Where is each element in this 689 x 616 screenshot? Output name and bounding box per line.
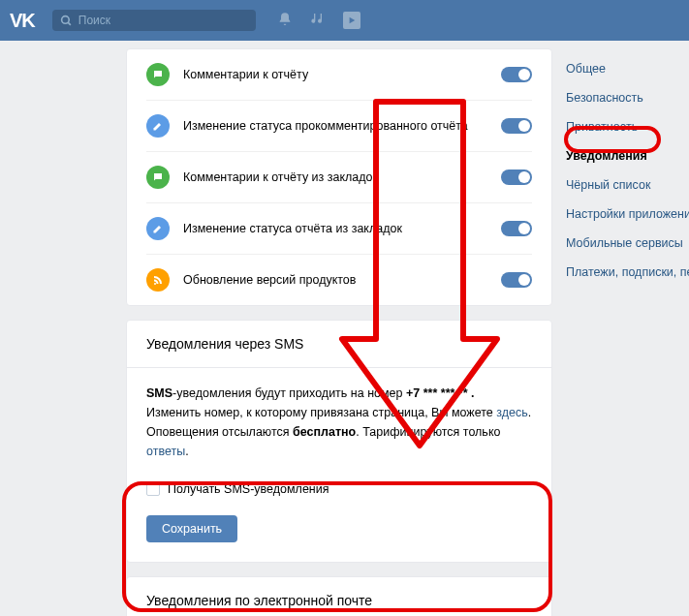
comment-icon [146,63,170,86]
setting-label: Комментарии к отчёту [183,68,501,81]
email-header: Уведомления по электронной почте [127,577,551,616]
sms-header: Уведомления через SMS [127,321,551,368]
music-icon[interactable] [310,12,326,29]
setting-row: Изменение статуса отчёта из закладок [146,202,532,254]
toggle-switch[interactable] [501,221,532,236]
setting-row: Изменение статуса прокомментированного о… [146,100,532,151]
change-number-link[interactable]: здесь [496,406,527,419]
email-card: Уведомления по электронной почте Email д… [126,576,552,616]
nav-payments[interactable]: Платежи, подписки, переводы [552,258,689,287]
toggle-switch[interactable] [501,67,532,82]
rss-icon [146,268,170,292]
nav-blacklist[interactable]: Чёрный список [552,170,689,200]
setting-row: Комментарии к отчёту [146,49,532,100]
nav-notifications[interactable]: Уведомления [552,141,689,170]
sms-checkbox-label: Получать SMS-уведомления [168,482,329,496]
search-icon [60,15,73,27]
search-box[interactable] [52,10,256,31]
search-input[interactable] [78,14,243,27]
setting-label: Изменение статуса прокомментированного о… [183,119,501,133]
edit-icon [146,114,170,138]
svg-line-1 [68,22,71,25]
nav-security[interactable]: Безопасность [552,83,689,112]
setting-row: Комментарии к отчёту из закладок [146,151,532,202]
nav-privacy[interactable]: Приватность [552,112,689,141]
nav-mobile[interactable]: Мобильные сервисы [552,229,689,258]
settings-sidebar: Общее Безопасность Приватность Уведомлен… [552,41,689,616]
sms-checkbox-row: Получать SMS-уведомления [127,461,551,508]
setting-label: Изменение статуса отчёта из закладок [183,222,501,235]
sms-description: SMS-уведомления будут приходить на номер… [127,368,551,461]
setting-label: Комментарии к отчёту из закладок [183,170,501,184]
toggle-switch[interactable] [501,169,532,185]
save-button[interactable]: Сохранить [146,515,237,542]
notifications-toggles-card: Комментарии к отчёту Изменение статуса п… [126,48,552,306]
vk-logo[interactable]: VK [10,10,35,32]
edit-icon [146,217,170,240]
header-icons [277,12,360,29]
top-header: VK [0,0,689,41]
nav-general[interactable]: Общее [552,54,689,83]
nav-apps[interactable]: Настройки приложений [552,200,689,229]
setting-row: Обновление версий продуктов [146,254,532,305]
toggle-switch[interactable] [501,118,532,134]
svg-point-0 [61,15,69,23]
toggle-switch[interactable] [501,272,532,288]
setting-label: Обновление версий продуктов [183,273,501,287]
play-icon[interactable] [343,12,360,29]
bell-icon[interactable] [277,12,293,29]
comment-icon [146,166,170,189]
sms-checkbox[interactable] [146,482,160,496]
sms-card: Уведомления через SMS SMS-уведомления бу… [126,320,552,563]
answers-link[interactable]: ответы [146,445,185,458]
